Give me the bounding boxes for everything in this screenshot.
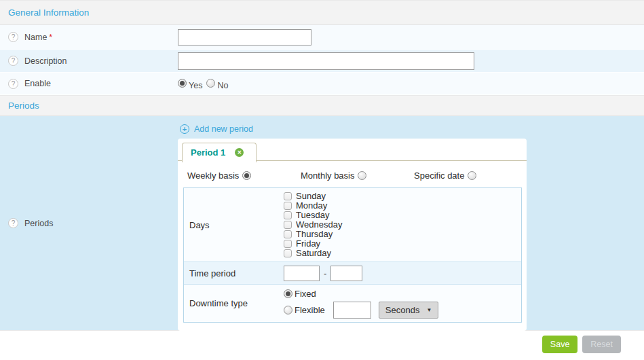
checkbox-icon[interactable] (284, 221, 292, 229)
enable-label-cell: ? Enable (0, 79, 178, 89)
general-information-header: General Information (0, 0, 644, 25)
description-label-cell: ? Description (0, 56, 178, 66)
tab-label: Period 1 (191, 147, 225, 158)
day-label: Saturday (296, 249, 331, 258)
name-row: ? Name* (0, 25, 644, 50)
time-period-row: Time period - (184, 262, 521, 284)
flexible-duration-input[interactable] (333, 302, 371, 319)
close-icon[interactable]: ✕ (235, 148, 244, 157)
tab-period-1[interactable]: Period 1 ✕ (182, 143, 257, 162)
checkbox-icon[interactable] (284, 249, 292, 257)
help-icon[interactable]: ? (8, 218, 18, 228)
help-icon[interactable]: ? (8, 56, 18, 66)
enable-radio-group: Yes No (178, 79, 228, 88)
name-label-cell: ? Name* (0, 32, 178, 42)
enable-row: ? Enable Yes No (0, 73, 644, 95)
days-checkbox-list: Sunday Monday Tuesday Wednesday Thursday… (284, 192, 342, 258)
periods-label-cell: ? Periods (0, 116, 178, 330)
reset-button[interactable]: Reset (582, 336, 621, 353)
period-panel: Period 1 ✕ Weekly basis Monthly basis Sp (178, 139, 527, 331)
time-period-label: Time period (184, 262, 284, 284)
radio-monthly-icon[interactable] (358, 171, 366, 180)
monthly-basis-option[interactable]: Monthly basis (301, 170, 414, 181)
day-label: Wednesday (296, 220, 342, 230)
radio-weekly-icon[interactable] (242, 171, 251, 180)
radio-no-icon[interactable] (206, 79, 215, 88)
time-to-input[interactable] (330, 266, 362, 281)
day-sunday[interactable]: Sunday (284, 192, 342, 201)
periods-header: Periods (0, 95, 644, 116)
enable-yes-option[interactable]: Yes (178, 79, 202, 88)
duration-unit-dropdown[interactable]: Seconds ▼ (379, 302, 439, 319)
day-label: Thursday (296, 230, 333, 239)
help-icon[interactable]: ? (8, 79, 18, 89)
checkbox-icon[interactable] (284, 230, 292, 238)
day-wednesday[interactable]: Wednesday (284, 220, 342, 230)
weekly-basis-label: Weekly basis (187, 170, 239, 181)
specific-date-label: Specific date (414, 170, 464, 181)
day-thursday[interactable]: Thursday (284, 230, 342, 239)
flexible-option: Flexible Seconds ▼ (284, 302, 438, 319)
time-from-input[interactable] (284, 266, 320, 281)
day-friday[interactable]: Friday (284, 239, 342, 249)
periods-label: Periods (24, 219, 53, 228)
days-row: Days Sunday Monday Tuesday Wednesday Thu… (184, 188, 521, 262)
periods-row: ? Periods + Add new period Period 1 ✕ We… (0, 116, 644, 331)
enable-yes-label: Yes (189, 81, 202, 90)
add-new-period-label: Add new period (194, 124, 253, 134)
checkbox-icon[interactable] (284, 202, 292, 210)
footer-actions: Save Reset (0, 331, 644, 353)
day-saturday[interactable]: Saturday (284, 249, 342, 258)
flexible-label[interactable]: Flexible (295, 305, 325, 315)
name-input[interactable] (178, 29, 311, 46)
day-label: Sunday (296, 192, 326, 201)
enable-no-option[interactable]: No (206, 79, 228, 88)
day-label: Monday (296, 201, 327, 211)
time-separator: - (324, 268, 326, 278)
enable-label: Enable (24, 79, 51, 88)
specific-date-option[interactable]: Specific date (414, 170, 476, 181)
fixed-option[interactable]: Fixed (284, 289, 438, 299)
days-label: Days (184, 188, 284, 262)
name-label: Name* (24, 33, 52, 42)
monthly-basis-label: Monthly basis (301, 170, 354, 181)
section-title: General Information (8, 7, 89, 18)
save-button[interactable]: Save (542, 336, 578, 353)
section-title: Periods (8, 101, 39, 111)
period-tab-content: Weekly basis Monthly basis Specific date (178, 161, 527, 331)
periods-content: + Add new period Period 1 ✕ Weekly basis… (178, 116, 527, 330)
add-new-period-link[interactable]: + Add new period (180, 124, 253, 134)
description-input[interactable] (178, 52, 474, 70)
radio-specific-icon[interactable] (468, 171, 476, 180)
add-icon: + (180, 124, 189, 134)
radio-fixed-icon[interactable] (284, 289, 292, 298)
downtime-type-label: Downtime type (184, 285, 284, 322)
radio-yes-icon[interactable] (178, 79, 187, 88)
fixed-label: Fixed (295, 289, 316, 299)
enable-no-label: No (217, 81, 228, 90)
duration-unit-value: Seconds (385, 305, 420, 315)
downtime-options: Fixed Flexible Seconds ▼ (284, 289, 438, 319)
required-marker: * (49, 33, 52, 42)
checkbox-icon[interactable] (284, 211, 292, 219)
days-field: Sunday Monday Tuesday Wednesday Thursday… (284, 188, 342, 262)
day-label: Tuesday (296, 211, 329, 220)
downtime-type-row: Downtime type Fixed Flexible (184, 284, 521, 322)
description-row: ? Description (0, 50, 644, 73)
weekly-basis-option[interactable]: Weekly basis (187, 170, 301, 181)
chevron-down-icon: ▼ (426, 307, 432, 313)
period-tab-strip: Period 1 ✕ (178, 139, 527, 161)
day-tuesday[interactable]: Tuesday (284, 211, 342, 220)
checkbox-icon[interactable] (284, 240, 292, 248)
downtime-type-field: Fixed Flexible Seconds ▼ (284, 285, 438, 322)
description-label: Description (24, 56, 67, 66)
time-period-field: - (284, 262, 362, 284)
period-settings-table: Days Sunday Monday Tuesday Wednesday Thu… (183, 187, 522, 323)
day-monday[interactable]: Monday (284, 201, 342, 211)
day-label: Friday (296, 239, 320, 249)
basis-radio-row: Weekly basis Monthly basis Specific date (187, 170, 522, 181)
radio-flexible-icon[interactable] (284, 306, 292, 314)
help-icon[interactable]: ? (8, 32, 18, 42)
checkbox-icon[interactable] (284, 192, 292, 200)
